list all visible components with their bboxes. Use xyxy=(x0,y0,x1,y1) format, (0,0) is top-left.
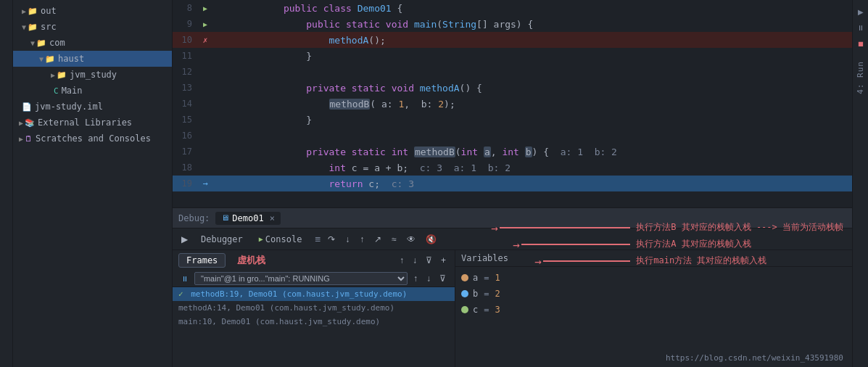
frames-up-btn[interactable]: ↑ xyxy=(397,254,407,267)
console-tab[interactable]: ▶ Console xyxy=(253,233,308,246)
thread-filter-btn[interactable]: ⊽ xyxy=(437,272,449,285)
line-num-17: 17 xyxy=(173,147,198,157)
tree-item-main[interactable]: C Main xyxy=(13,83,172,99)
line-num-8: 8 xyxy=(173,3,198,13)
var-equals-c: = xyxy=(484,305,489,315)
frames-add-btn[interactable]: + xyxy=(438,254,449,267)
var-item-b[interactable]: b = 2 xyxy=(455,286,852,302)
mute-btn[interactable]: 🔇 xyxy=(423,233,439,246)
side-vertical-label: 4: Run xyxy=(856,61,865,94)
code-line-15: 15 } xyxy=(173,112,852,128)
side-btn-2[interactable]: ⏸ xyxy=(855,22,867,33)
tree-item-ext-libs[interactable]: ▶ 📚 External Libraries xyxy=(13,115,172,131)
thread-selector[interactable]: "main"@1 in gro..."main": RUNNING xyxy=(194,272,408,285)
error-mark-10: ✗ xyxy=(203,36,208,45)
line-num-9: 9 xyxy=(173,19,198,29)
tree-label-scratches: Scratches and Consoles xyxy=(36,133,151,144)
var-value-b: 2 xyxy=(495,289,500,299)
arrow-line-3: → xyxy=(543,260,630,262)
var-item-a[interactable]: a = 1 xyxy=(455,270,852,286)
gutter-10: ✗ xyxy=(198,36,212,45)
debug-content: Frames 虚机栈 ↑ ↓ ⊽ + ⏸ "main"@1 in gro xyxy=(173,250,852,367)
var-item-c[interactable]: c = 3 xyxy=(455,302,852,318)
debug-arrow-19: → xyxy=(202,178,207,189)
folder-icon-haust: 📁 xyxy=(45,54,55,64)
step-out-btn[interactable]: ↑ xyxy=(357,233,367,246)
tree-arrow-jvm: ▶ xyxy=(51,71,55,79)
var-value-a: 1 xyxy=(495,273,500,283)
frames-filter-btn[interactable]: ⊽ xyxy=(423,254,435,267)
debug-tab-demo-label: Demo01 xyxy=(232,213,263,223)
annotation-row-1: → 执行方法B 其对应的栈帧入栈 ---> 当前为活动栈帧 xyxy=(500,221,843,234)
arrow-head-1: → xyxy=(491,221,498,235)
right-side-buttons: ▶ ⏸ ⏹ 4: Run xyxy=(852,0,868,367)
side-btn-1[interactable]: ▶ xyxy=(855,6,867,17)
tree-item-src[interactable]: ▼ 📁 src xyxy=(13,19,172,35)
tree-item-com[interactable]: ▼ 📁 com xyxy=(13,35,172,51)
step-into-btn[interactable]: ↓ xyxy=(342,233,352,246)
var-dot-b xyxy=(461,290,468,297)
thread-up-btn[interactable]: ↑ xyxy=(410,272,421,285)
frame-item-1[interactable]: methodA:14, Demo01 (com.haust.jvm_study.… xyxy=(173,301,455,315)
frame-controls: ↑ ↓ ⊽ + xyxy=(397,254,449,267)
line-num-14: 14 xyxy=(173,99,198,109)
var-dot-a xyxy=(461,274,468,281)
folder-icon-src: 📁 xyxy=(28,22,38,32)
resume-btn[interactable]: ▶ xyxy=(178,233,191,246)
tree-label-jvm: jvm_study xyxy=(70,70,117,80)
frames-header: Frames 虚机栈 ↑ ↓ ⊽ + xyxy=(173,250,455,271)
arrow-line-1: → xyxy=(500,227,630,228)
frames-tab[interactable]: Frames xyxy=(178,253,226,268)
debug-tab-close[interactable]: × xyxy=(270,213,275,223)
evaluate-btn[interactable]: ≈ xyxy=(389,233,400,246)
folder-icon-out: 📁 xyxy=(28,7,38,16)
annotations-overlay: → 执行方法B 其对应的栈帧入栈 ---> 当前为活动栈帧 → 执行方法A 其对… xyxy=(500,221,843,267)
code-line-19: 19 → return c; c: 3 xyxy=(173,176,852,191)
line-num-16: 16 xyxy=(173,131,198,141)
run-to-cursor-btn[interactable]: ↗ xyxy=(371,233,384,246)
line-num-18: 18 xyxy=(173,162,198,173)
annotation-row-2: → 执行方法A 其对应的栈帧入栈 xyxy=(521,238,843,250)
tree-arrow-src: ▼ xyxy=(22,23,26,31)
debug-tab-demo01[interactable]: 🖥 Demo01 × xyxy=(215,212,281,225)
variables-panel: Variables a = 1 b = 2 xyxy=(455,250,852,367)
var-name-b: b xyxy=(473,289,478,299)
lib-icon: 📚 xyxy=(25,118,35,128)
java-icon-main: C xyxy=(54,86,59,96)
run-arrow-8: ▶ xyxy=(203,4,207,12)
scratch-icon: 🗒 xyxy=(25,134,33,144)
line-num-13: 13 xyxy=(173,83,198,93)
step-over-btn[interactable]: ↷ xyxy=(325,233,338,246)
tree-item-scratches[interactable]: ▶ 🗒 Scratches and Consoles xyxy=(13,131,172,147)
arrow-head-2: → xyxy=(513,238,520,252)
arrow-line-2: → xyxy=(521,244,630,245)
frame-check-0: ✓ xyxy=(178,289,183,299)
tree-item-haust[interactable]: ▼ 📁 haust xyxy=(13,51,172,67)
vm-stack-label: 虚机栈 xyxy=(237,254,265,267)
tree-arrow-haust: ▼ xyxy=(39,55,44,63)
tree-item-out[interactable]: ▶ 📁 out xyxy=(13,3,172,19)
var-name-c: c xyxy=(473,305,478,315)
debugger-tab[interactable]: Debugger xyxy=(195,233,249,246)
line-num-10: 10 xyxy=(173,35,198,45)
thread-down-btn[interactable]: ↓ xyxy=(423,272,434,285)
code-editor: 8 ▶ public class Demo01 { 9 ▶ pub xyxy=(173,0,852,207)
tree-item-iml[interactable]: 📄 jvm-study.iml xyxy=(13,99,172,115)
watches-btn[interactable]: 👁 xyxy=(404,233,418,246)
frames-down-btn[interactable]: ↓ xyxy=(410,254,420,267)
frame-method-1: methodA:14, Demo01 (com.haust.jvm_study.… xyxy=(178,303,394,313)
frame-item-2[interactable]: main:10, Demo01 (com.haust.jvm_study.dem… xyxy=(173,315,455,329)
left-sidebar-buttons xyxy=(0,0,13,367)
var-equals-a: = xyxy=(484,273,489,283)
gutter-8: ▶ xyxy=(198,4,212,12)
tree-item-jvm-study[interactable]: ▶ 📁 jvm_study xyxy=(13,67,172,83)
iml-icon: 📄 xyxy=(22,102,32,112)
gutter-19: → xyxy=(198,178,212,189)
side-btn-stop[interactable]: ⏹ xyxy=(855,38,867,49)
url-watermark: https://blog.csdn.net/weixin_43591980 xyxy=(666,353,843,363)
frame-item-0[interactable]: ✓ methodB:19, Demo01 (com.haust.jvm_stud… xyxy=(173,287,455,301)
gutter-9: ▶ xyxy=(198,20,212,28)
code-lines-container: 8 ▶ public class Demo01 { 9 ▶ pub xyxy=(173,0,852,207)
tree-arrow-libs: ▶ xyxy=(19,119,23,127)
console-play-icon: ▶ xyxy=(259,235,263,243)
